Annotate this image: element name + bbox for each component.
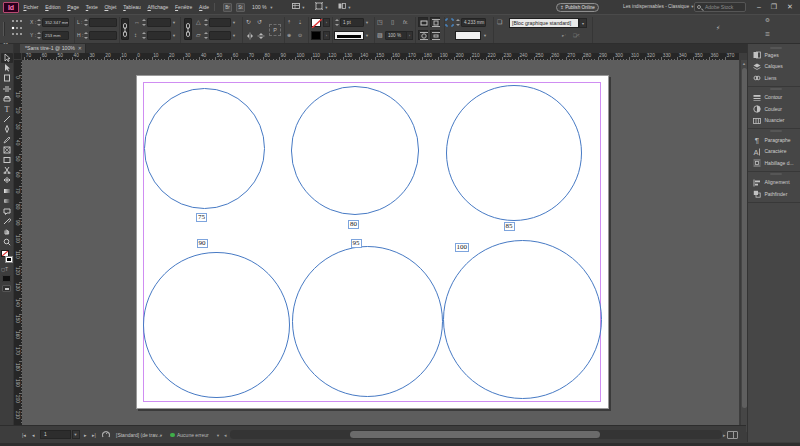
screen-mode-button[interactable]	[2, 285, 11, 292]
minimize-button[interactable]: –	[753, 0, 765, 13]
wrap-bounding-box-button[interactable]	[430, 17, 440, 27]
direct-selection-tool[interactable]	[1, 63, 13, 73]
circle-95[interactable]	[292, 246, 443, 397]
scale-x-field[interactable]	[147, 18, 171, 27]
panel-button-pathfinder[interactable]: Pathfinder	[748, 189, 800, 200]
chevron-down-icon[interactable]: ▼	[159, 432, 163, 440]
x-stepper[interactable]	[36, 18, 41, 27]
tab-close-icon[interactable]: ✕	[78, 44, 82, 53]
chevron-down-icon[interactable]: ▼	[216, 432, 220, 440]
stock-search-input[interactable]: Adobe Stock	[694, 2, 746, 12]
circle-label-80[interactable]: 80	[348, 220, 359, 229]
object-style-dropdown-button[interactable]: ▾	[579, 18, 587, 28]
panel-menu-icon[interactable]: ☰	[765, 30, 770, 39]
stroke-swatch[interactable]	[5, 256, 13, 263]
close-button[interactable]: ✕	[784, 0, 796, 13]
reference-point-2-0[interactable]	[12, 33, 14, 35]
wrap-jump-object-button[interactable]	[430, 30, 440, 40]
reference-point-1-1[interactable]	[16, 27, 18, 29]
zoom-tool[interactable]	[1, 237, 13, 247]
panel-button-paragraphe[interactable]: ¶Paragraphe	[748, 135, 800, 146]
vertical-ruler[interactable]: 0102030405060708090100110120130140150160…	[14, 60, 22, 425]
dock-group-grip[interactable]	[770, 173, 782, 175]
object-style-combobox[interactable]: [Bloc graphique standard]	[509, 18, 579, 28]
pen-tool[interactable]	[1, 124, 13, 134]
arrange-documents-dropdown[interactable]: ▼	[338, 0, 351, 14]
circle-label-95[interactable]: 95	[351, 239, 362, 248]
ruler-corner[interactable]	[14, 53, 22, 61]
menu-fentre[interactable]: Fenêtre	[172, 0, 196, 14]
page-tool[interactable]	[1, 73, 13, 83]
preflight-status-label[interactable]: Aucune erreur	[177, 431, 209, 439]
object-states-icon[interactable]: ▯	[391, 18, 394, 27]
select-next-object-icon[interactable]: ⇣	[298, 18, 302, 27]
publish-online-button[interactable]: ↥ Publish Online	[556, 3, 599, 12]
scale-x-stepper[interactable]	[141, 18, 146, 27]
vertical-scrollbar[interactable]: ▲ ▼	[740, 60, 747, 432]
panel-grip[interactable]	[3, 22, 5, 36]
document-canvas[interactable]: 7580859095100	[22, 60, 739, 425]
stroke-style-dropdown[interactable]	[334, 31, 364, 40]
view-options-dropdown[interactable]: ▼	[292, 0, 305, 14]
selection-tool[interactable]	[1, 53, 13, 63]
corner-shape-dropdown[interactable]	[455, 31, 481, 40]
note-tool[interactable]	[1, 206, 13, 216]
select-prev-object-icon[interactable]: ⇡	[287, 18, 291, 27]
stock-icon[interactable]: St	[236, 3, 245, 12]
y-field[interactable]: 253 mm	[42, 31, 69, 40]
maximize-button[interactable]: ❐	[768, 0, 780, 13]
quick-apply-lightning-icon[interactable]: ⚡	[716, 24, 720, 33]
chevron-down-icon[interactable]: ▼	[172, 33, 176, 38]
panel-button-nuancier[interactable]: Nuancier	[748, 115, 800, 126]
circle-label-75[interactable]: 75	[196, 213, 207, 222]
reference-point-0-0[interactable]	[12, 20, 14, 22]
shear-field[interactable]	[209, 31, 231, 40]
menu-page[interactable]: Page	[64, 0, 82, 14]
circle-label-100[interactable]: 100	[455, 243, 470, 252]
circle-100[interactable]	[443, 240, 602, 399]
gradient-tool[interactable]	[1, 186, 13, 196]
next-page-button[interactable]: ▸	[84, 431, 87, 439]
reference-point-proxy[interactable]	[12, 20, 23, 37]
eyedropper-tool[interactable]	[1, 216, 13, 226]
circle-85[interactable]	[446, 85, 583, 222]
stroke-weight-field[interactable]: 1 pt	[340, 18, 364, 27]
clear-overrides-icon[interactable]: ❑˂	[573, 31, 580, 40]
panel-button-couleur[interactable]: Couleur	[748, 104, 800, 115]
panel-button-alignement[interactable]: Alignement	[748, 177, 800, 188]
line-tool[interactable]	[1, 114, 13, 124]
height-field[interactable]	[89, 31, 117, 40]
circle-label-85[interactable]: 85	[504, 222, 515, 231]
rotate-ccw-icon[interactable]: ↺	[257, 18, 262, 27]
scroll-up-icon[interactable]: ▲	[742, 61, 746, 66]
dock-group-grip[interactable]	[770, 88, 782, 90]
reference-point-1-2[interactable]	[20, 27, 22, 29]
content-collector-tool[interactable]	[1, 94, 13, 104]
pencil-tool[interactable]	[1, 135, 13, 145]
fill-stroke-swatches[interactable]	[1, 249, 13, 265]
scale-chain-icon[interactable]	[184, 18, 192, 40]
menu-texte[interactable]: Texte	[82, 0, 101, 14]
page-number-field[interactable]: 1	[40, 430, 71, 439]
stroke-weight-stepper[interactable]	[334, 18, 339, 27]
chevron-down-icon[interactable]: ▼	[365, 33, 369, 38]
chevron-down-icon[interactable]: ▼	[232, 20, 236, 25]
panel-button-pages[interactable]: Pages	[748, 50, 800, 61]
menu-fichier[interactable]: Fichier	[20, 0, 42, 14]
stroke-options-button[interactable]: ›	[323, 31, 330, 40]
flip-horizontal-icon[interactable]	[246, 31, 254, 43]
reference-point-0-2[interactable]	[20, 20, 22, 22]
gradient-feather-tool[interactable]	[1, 196, 13, 206]
constrain-proportions-chain-icon[interactable]	[121, 18, 129, 40]
reference-point-2-2[interactable]	[20, 33, 22, 35]
chevron-down-icon[interactable]: ▼	[483, 33, 487, 38]
screen-mode-dropdown[interactable]: ▼	[315, 0, 328, 14]
chevron-down-icon[interactable]: ▼	[232, 33, 236, 38]
y-stepper[interactable]	[36, 31, 41, 40]
circle-label-90[interactable]: 90	[197, 239, 208, 248]
reference-point-2-1[interactable]	[16, 33, 18, 35]
select-container-badge[interactable]: P	[269, 24, 281, 36]
free-transform-tool[interactable]	[1, 175, 13, 185]
width-field[interactable]	[89, 18, 117, 27]
gear-icon[interactable]: ⚙	[765, 16, 770, 25]
